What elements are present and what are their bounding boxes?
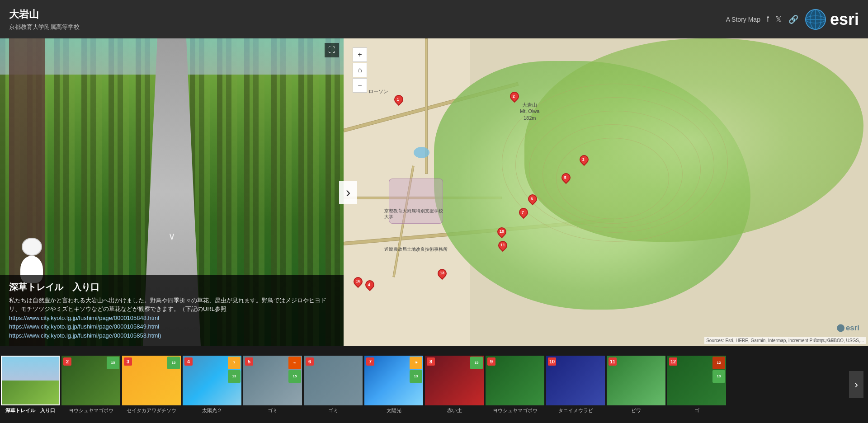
thumb-label-6: ゴミ [304, 407, 363, 414]
home-button[interactable]: ⌂ [353, 63, 367, 77]
thumbnail-1[interactable]: 1 深草トレイル 入り口 [1, 356, 60, 414]
esri-logo[interactable]: esri [805, 9, 859, 30]
esri-text: esri [830, 10, 859, 29]
map-marker-5[interactable]: 5 [561, 173, 571, 184]
map-container[interactable]: ローソン 大岩山Mt. Oiwa182m 京都教育大附属特別支援学校大学 近畿農… [344, 38, 868, 346]
facebook-icon[interactable]: f [767, 14, 769, 24]
next-slide-arrow[interactable]: › [339, 181, 357, 204]
sdg-chip-15c: 15 [288, 370, 301, 383]
thumb-label-4: 太陽光２ [183, 407, 241, 414]
sdg-chip-13a: 13 [228, 370, 241, 383]
thumb-badge-2: 2 [63, 357, 71, 366]
sdg-chip-13b: 13 [410, 370, 422, 383]
thumb-sdg-3: 15 [167, 357, 180, 369]
map-marker-4[interactable]: 4 [365, 280, 374, 291]
caption-overlay: 深草トレイル 入り口 私たちは自然豊かと言われる大岩山へ出かけました。野鳥や四季… [0, 275, 344, 347]
sdg-chip-inf: ∞ [288, 357, 301, 369]
thumb-image-10: 10 [546, 356, 605, 405]
map-controls: + ⌂ − [353, 47, 367, 93]
thumb-image-3: 3 15 [122, 356, 181, 405]
map-marker-11[interactable]: 11 [498, 241, 507, 252]
thumb-label-10: タニイメウラビ [546, 407, 605, 414]
map-attribution: Sources: Esri, HERE, Garmin, Intermap, i… [704, 337, 866, 344]
page-title: 大岩山 [9, 8, 80, 21]
thumbnail-3[interactable]: 3 15 セイタカアワダチソウ [122, 356, 181, 414]
map-label-mountain: 大岩山Mt. Oiwa182m [520, 102, 539, 121]
thumbnail-8[interactable]: 8 15 赤い土 [425, 356, 484, 414]
zoom-in-button[interactable]: + [353, 47, 367, 62]
thumb-label-8: 赤い土 [425, 407, 484, 414]
thumb-image-9: 9 [486, 356, 544, 405]
sdg-chip-sun: ☀ [410, 357, 422, 369]
left-panel: ⛶ › ∨ 深草トレイル 入り口 私たちは自然豊かと言われる大岩山へ出かけました… [0, 38, 344, 346]
header: 大岩山 京都教育大学附属高等学校 A Story Map f 𝕏 🔗 esri [0, 0, 868, 38]
main-content: ⛶ › ∨ 深草トレイル 入り口 私たちは自然豊かと言われる大岩山へ出かけました… [0, 38, 868, 346]
thumbnail-11[interactable]: 11 ビワ [607, 356, 665, 414]
thumb-image-4: 4 7 13 [183, 356, 241, 405]
thumb-label-3: セイタカアワダチソウ [122, 407, 181, 414]
thumbnail-12[interactable]: 12 12 13 ゴ [667, 356, 726, 414]
page-subtitle: 京都教育大学附属高等学校 [9, 23, 80, 31]
svg-text:esri: esri [846, 324, 859, 332]
thumb-label-12: ゴ [667, 407, 726, 414]
map-label-office: 近畿農政局土地改良技術事務所 [384, 246, 448, 253]
powered-by: POWERED BY [813, 338, 841, 343]
map-marker-2[interactable]: 2 [510, 92, 519, 103]
thumb-image-12: 12 12 13 [667, 356, 726, 405]
expand-button[interactable]: ⛶ [325, 43, 339, 57]
thumb-sdg-7: ☀ 13 [410, 357, 422, 383]
contour-5 [556, 138, 669, 219]
esri-globe-icon [805, 9, 826, 30]
link-icon[interactable]: 🔗 [788, 14, 798, 24]
thumb-sdg-4: 7 13 [228, 357, 241, 383]
thumbnail-7[interactable]: 7 ☀ 13 太陽光 [364, 356, 423, 414]
caption-url-3[interactable]: https://www.city.kyoto.lg.jp/fushimi/pag… [9, 332, 161, 339]
thumb-badge-6: 6 [306, 357, 314, 366]
map-marker-1[interactable]: 1 [394, 95, 403, 106]
thumb-label-7: 太陽光 [364, 407, 423, 414]
map-marker-10[interactable]: 10 [497, 227, 506, 238]
map-pond [414, 147, 429, 158]
thumb-badge-4: 4 [184, 357, 193, 366]
thumbnail-9[interactable]: 9 ヨウシュヤマゴボウ [486, 356, 544, 414]
thumb-badge-9: 9 [487, 357, 495, 366]
sdg-chip-15: 15 [107, 357, 119, 369]
map-marker-13[interactable]: 13 [438, 269, 447, 280]
map-marker-6[interactable]: 6 [528, 194, 537, 205]
map-label-lawson: ローソン [368, 88, 388, 95]
thumbnail-4[interactable]: 4 7 13 太陽光２ [183, 356, 241, 414]
thumb-label-9: ヨウシュヤマゴボウ [486, 407, 544, 414]
sdg-chip-12: 12 [712, 357, 725, 369]
caption-url-1[interactable]: https://www.city.kyoto.lg.jp/fushimi/pag… [9, 315, 159, 321]
thumb-badge-10: 10 [548, 357, 556, 366]
thumbnail-2[interactable]: 2 15 ヨウシュヤマゴボウ [61, 356, 120, 414]
sdg-chip-7: 7 [228, 357, 241, 369]
map-marker-3[interactable]: 3 [580, 155, 589, 166]
thumb-badge-12: 12 [669, 357, 677, 366]
thumbnail-6[interactable]: 6 ゴミ [304, 356, 363, 414]
map-panel: ローソン 大岩山Mt. Oiwa182m 京都教育大附属特別支援学校大学 近畿農… [344, 38, 868, 346]
thumb-image-8: 8 15 [425, 356, 484, 405]
map-marker-7[interactable]: 7 [519, 208, 528, 219]
thumb-label-1: 深草トレイル 入り口 [1, 407, 60, 414]
sdg-chip-13c: 13 [712, 370, 725, 383]
thumb-sdg-5: ∞ 15 [288, 357, 301, 383]
thumb-image-7: 7 ☀ 13 [364, 356, 423, 405]
thumbnail-10[interactable]: 10 タニイメウラビ [546, 356, 605, 414]
thumb-badge-3: 3 [124, 357, 132, 366]
zoom-out-button[interactable]: − [353, 78, 367, 93]
map-label-school: 京都教育大附属特別支援学校大学 [384, 208, 443, 220]
thumbnail-5[interactable]: 5 ∞ 15 ゴミ [243, 356, 302, 414]
esri-watermark: esri [836, 321, 863, 337]
caption-body: 私たちは自然豊かと言われる大岩山へ出かけました。野鳥や四季折々の草花、昆虫が見れ… [9, 297, 326, 313]
thumb-sdg-12: 12 13 [712, 357, 725, 383]
map-marker-16[interactable]: 16 [354, 277, 363, 288]
thumb-label-11: ビワ [607, 407, 665, 414]
strip-next-button[interactable]: › [849, 371, 863, 398]
thumb-badge-8: 8 [427, 357, 435, 366]
header-left: 大岩山 京都教育大学附属高等学校 [9, 8, 80, 31]
thumb-label-2: ヨウシュヤマゴボウ [61, 407, 120, 414]
thumb-badge-5: 5 [245, 357, 253, 366]
twitter-icon[interactable]: 𝕏 [775, 14, 782, 24]
caption-url-2[interactable]: https://www.city.kyoto.lg.jp/fushimi/pag… [9, 323, 159, 330]
